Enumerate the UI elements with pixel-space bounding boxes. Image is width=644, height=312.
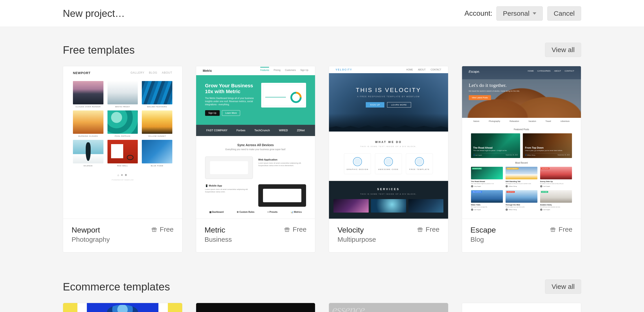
nav-item: Customers xyxy=(285,69,296,72)
nav-item: ABOUT xyxy=(162,71,172,75)
section-title-ecommerce: Ecommerce templates xyxy=(63,280,170,293)
metric-press: FAST COMPANY Forbes TechCrunch WIRED ZDN… xyxy=(196,125,315,136)
escape-hero-h: Let's do it together. xyxy=(469,82,574,88)
metric-shot-mobile xyxy=(258,184,306,207)
template-price: Free xyxy=(151,226,174,233)
view-all-free[interactable]: View all xyxy=(545,43,581,57)
newport-img xyxy=(73,81,104,104)
newport-cell: BURNING CLOUDS xyxy=(73,110,104,137)
escape-recent-card: ADVENTUREThe Road AheadThe road ahead mi… xyxy=(471,167,503,188)
newport-img xyxy=(73,140,104,163)
metric-brand: Metric xyxy=(203,69,212,72)
newport-cell: RED WALL xyxy=(108,140,138,166)
newport-caption: YELLOW SUNSET xyxy=(142,135,172,137)
template-card-escape[interactable]: Escape. HOMECATEGORIESABOUTCONTACT Let's… xyxy=(462,66,582,252)
template-card-velocity[interactable]: VELOCITY HOME ABOUT CONTACT THIS IS VELO… xyxy=(329,66,448,252)
template-card[interactable] xyxy=(196,303,316,312)
template-price: Free xyxy=(284,226,306,233)
metric-hero-p: The Metric Dashboard brings all of your … xyxy=(205,97,255,106)
escape-recent-card: VACATIONSunny Side UpNo place is ever as… xyxy=(540,167,572,188)
newport-caption: CLOUDS OVER RAINIER xyxy=(73,106,104,108)
newport-brand: NEWPORT xyxy=(73,71,91,75)
newport-caption: POOL RIPPLES xyxy=(108,135,138,137)
template-thumb xyxy=(63,303,182,312)
price-text: Free xyxy=(426,226,440,233)
template-price: Free xyxy=(417,226,440,233)
newport-img xyxy=(108,81,138,104)
escape-nav: HOMECATEGORIESABOUTCONTACT xyxy=(528,70,574,74)
newport-cell: BLUE FOAM xyxy=(142,140,172,166)
template-card-newport[interactable]: NEWPORT GALLERY BLOG ABOUT CLOUDS OVER R… xyxy=(63,66,182,252)
card-meta: Newport Photography Free xyxy=(63,219,182,252)
newport-nav: GALLERY BLOG ABOUT xyxy=(130,71,172,75)
template-thumb: Escape. HOMECATEGORIESABOUTCONTACT Let's… xyxy=(462,66,581,219)
account-value: Personal xyxy=(503,10,529,17)
template-thumb: NEWPORT GALLERY BLOG ABOUT CLOUDS OVER R… xyxy=(63,66,182,219)
press-logo: WIRED xyxy=(279,129,288,132)
newport-cell: SILENCE xyxy=(73,140,104,166)
escape-recent-card: PHOTOGRAPHYStill Standing TallLife begin… xyxy=(506,167,538,188)
metric-chart xyxy=(261,83,306,108)
card-meta: Metric Business Free xyxy=(196,219,315,252)
content: Free templates View all NEWPORT GALLERY … xyxy=(0,43,644,312)
ecommerce-templates-grid: essence xyxy=(63,303,581,312)
escape-hero-p: We travel the world in search of stories… xyxy=(469,90,527,92)
template-category: Blog xyxy=(470,236,496,243)
newport-img xyxy=(142,140,172,163)
escape-featured-card: From Top DownOnce a year, go someplace y… xyxy=(523,133,572,158)
escape-cta: View Latest Posts xyxy=(469,95,491,100)
nav-item: Features xyxy=(260,67,269,72)
free-templates-grid: NEWPORT GALLERY BLOG ABOUT CLOUDS OVER R… xyxy=(63,66,581,252)
metric-feat-h: Web Application xyxy=(258,158,306,161)
escape-preview: Escape. HOMECATEGORIESABOUTCONTACT Let's… xyxy=(462,66,581,211)
account-dropdown[interactable]: Personal xyxy=(496,6,542,21)
escape-featured-card: The Road AheadThe road ahead might be pa… xyxy=(471,133,520,158)
gift-icon xyxy=(284,226,290,232)
nav-item: ABOUT xyxy=(418,68,426,71)
newport-caption: WHITE FROST xyxy=(108,106,138,108)
gift-icon xyxy=(417,226,423,232)
velocity-hero-h: THIS IS VELOCITY xyxy=(329,87,448,94)
cancel-button[interactable]: Cancel xyxy=(547,6,581,21)
template-card[interactable]: essence xyxy=(329,303,448,312)
template-card-metric[interactable]: Metric Features Pricing Customers Sign U… xyxy=(196,66,316,252)
template-name: Metric xyxy=(205,226,232,234)
template-card[interactable] xyxy=(63,303,182,312)
template-category: Business xyxy=(205,236,232,243)
escape-recent-card: VACATIONThrough the MistTravel makes you… xyxy=(506,190,538,211)
template-card[interactable] xyxy=(462,303,582,312)
escape-brand: Escape. xyxy=(469,70,480,74)
newport-caption: SILENCE xyxy=(73,165,104,167)
section-head-free: Free templates View all xyxy=(63,43,581,57)
view-all-ecommerce[interactable]: View all xyxy=(545,280,581,294)
newport-cell: MACAW FEATHERS xyxy=(142,81,172,108)
metric-feat-p: Lorem ipsum dolor sit amet consectetur a… xyxy=(205,188,253,193)
velocity-nav: HOME ABOUT CONTACT xyxy=(406,68,441,71)
nav-item: Pricing xyxy=(274,69,280,72)
escape-recent-card: RELAXATIONWater FallsWe travel not to es… xyxy=(471,190,503,211)
newport-img xyxy=(73,110,104,134)
metric-preview: Metric Features Pricing Customers Sign U… xyxy=(196,66,315,213)
velocity-preview: VELOCITY HOME ABOUT CONTACT THIS IS VELO… xyxy=(329,66,448,219)
newport-cell: POOL RIPPLES xyxy=(108,110,138,137)
newport-img xyxy=(108,110,138,134)
newport-img xyxy=(142,110,172,134)
template-price: Free xyxy=(550,226,572,233)
press-logo: ZDNet xyxy=(297,129,305,132)
velocity-serv-h: SERVICES xyxy=(329,188,448,191)
nav-item: BLOG xyxy=(149,71,157,75)
nav-item: GALLERY xyxy=(130,71,144,75)
price-text: Free xyxy=(292,226,306,233)
topbar: New project… Account: Personal Cancel xyxy=(0,0,644,27)
gift-icon xyxy=(151,226,157,232)
velocity-feats: GRAPHIC DESIGN AWESOME CODE FREE TEMPLAT… xyxy=(336,153,442,174)
account-label: Account: xyxy=(464,9,492,18)
section-title-free: Free templates xyxy=(63,44,135,56)
newport-img xyxy=(108,140,138,163)
metric-sync-h: Sync Across All Devices xyxy=(205,143,306,147)
press-logo: FAST COMPANY xyxy=(206,129,227,132)
page-title: New project… xyxy=(63,8,464,19)
newport-cell: YELLOW SUNSET xyxy=(142,110,172,137)
velocity-mid-p: THIS IS SOME TEXT INSIDE OF A DIV BLOCK. xyxy=(336,146,442,148)
gift-icon xyxy=(550,226,556,232)
